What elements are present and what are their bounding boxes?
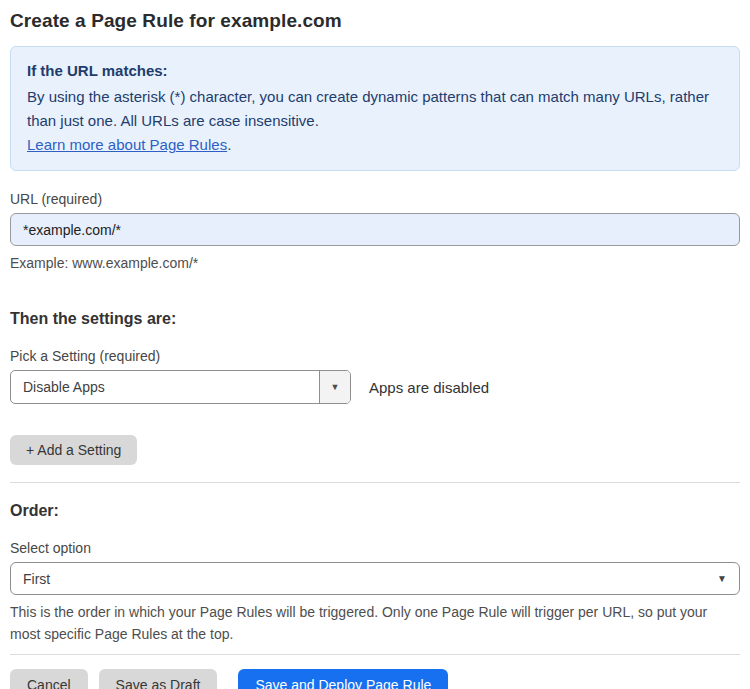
info-box-link-line: Learn more about Page Rules. — [27, 133, 723, 157]
url-match-info-box: If the URL matches: By using the asteris… — [10, 46, 740, 171]
action-button-row: Cancel Save as Draft Save and Deploy Pag… — [10, 669, 740, 689]
setting-select[interactable]: Disable Apps ▼ — [10, 370, 351, 404]
setting-select-value: Disable Apps — [11, 371, 319, 403]
footer-divider — [10, 654, 740, 655]
settings-section-heading: Then the settings are: — [10, 310, 740, 328]
page-title: Create a Page Rule for example.com — [10, 10, 740, 32]
page-rule-form: Create a Page Rule for example.com If th… — [0, 10, 750, 689]
cancel-button[interactable]: Cancel — [10, 669, 88, 689]
add-setting-button[interactable]: + Add a Setting — [10, 435, 137, 465]
save-as-draft-button[interactable]: Save as Draft — [99, 669, 218, 689]
save-and-deploy-button[interactable]: Save and Deploy Page Rule — [238, 669, 448, 689]
info-box-heading: If the URL matches: — [27, 59, 723, 83]
chevron-down-icon: ▼ — [717, 573, 727, 584]
url-field-label: URL (required) — [10, 191, 740, 207]
pick-setting-label: Pick a Setting (required) — [10, 348, 740, 364]
setting-status-text: Apps are disabled — [369, 379, 489, 396]
setting-row: Disable Apps ▼ Apps are disabled — [10, 370, 740, 404]
chevron-down-icon: ▼ — [331, 382, 340, 392]
order-select-value: First — [23, 571, 50, 587]
order-section-heading: Order: — [10, 502, 740, 520]
setting-select-arrow-button[interactable]: ▼ — [319, 371, 350, 403]
info-box-body: By using the asterisk (*) character, you… — [27, 85, 723, 133]
link-suffix: . — [227, 136, 231, 153]
order-select-label: Select option — [10, 540, 740, 556]
section-divider — [10, 482, 740, 483]
learn-more-link[interactable]: Learn more about Page Rules — [27, 136, 227, 153]
url-example-hint: Example: www.example.com/* — [10, 252, 740, 274]
order-hint: This is the order in which your Page Rul… — [10, 601, 740, 645]
order-select[interactable]: First ▼ — [10, 562, 740, 595]
url-input[interactable] — [10, 213, 740, 246]
